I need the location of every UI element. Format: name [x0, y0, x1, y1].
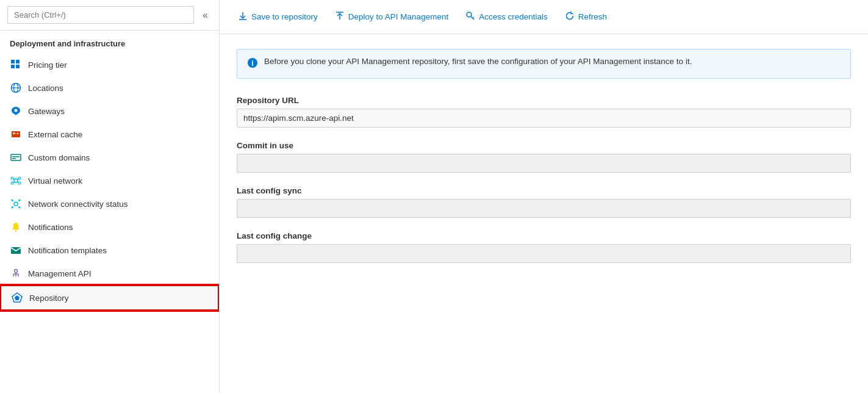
svg-rect-10: [16, 133, 19, 134]
last-config-sync-label: Last config sync: [237, 186, 851, 195]
sidebar-item-repository[interactable]: Repository: [0, 285, 219, 311]
repository-url-input[interactable]: [237, 109, 851, 128]
info-icon: i: [247, 57, 258, 71]
svg-point-15: [11, 177, 13, 179]
last-config-sync-field: Last config sync: [237, 186, 851, 218]
commit-in-use-label: Commit in use: [237, 141, 851, 150]
save-label: Save to repository: [251, 12, 318, 21]
sidebar-item-locations[interactable]: Locations: [0, 76, 219, 99]
sidebar-item-label: Locations: [28, 84, 63, 93]
refresh-icon: [565, 11, 575, 23]
svg-rect-2: [11, 65, 15, 68]
last-config-change-label: Last config change: [237, 231, 851, 240]
search-container: «: [0, 0, 219, 31]
sidebar-item-label: Notifications: [28, 223, 73, 232]
svg-marker-36: [15, 295, 20, 300]
pricing-tier-icon: [10, 59, 22, 71]
locations-icon: [10, 82, 22, 94]
save-to-repository-button[interactable]: Save to repository: [229, 6, 326, 27]
svg-point-26: [12, 207, 13, 209]
content-area: i Before you clone your API Management r…: [220, 34, 868, 393]
last-config-change-field: Last config change: [237, 231, 851, 263]
deploy-label: Deploy to API Management: [348, 12, 448, 21]
section-title: Deployment and infrastructure: [0, 31, 219, 53]
sidebar-item-label: Network connectivity status: [28, 200, 128, 209]
search-input[interactable]: [7, 6, 194, 24]
refresh-label: Refresh: [578, 12, 607, 21]
commit-in-use-field: Commit in use: [237, 141, 851, 173]
sidebar-item-label: Virtual network: [28, 176, 82, 186]
sidebar-item-label: Notification templates: [28, 246, 107, 255]
refresh-button[interactable]: Refresh: [556, 6, 615, 27]
sidebar-item-label: Pricing tier: [28, 60, 67, 70]
svg-point-7: [15, 109, 18, 112]
svg-text:i: i: [251, 59, 253, 68]
svg-point-27: [19, 207, 21, 209]
sidebar-item-pricing-tier[interactable]: Pricing tier: [0, 53, 219, 76]
svg-rect-3: [16, 65, 20, 68]
access-credentials-label: Access credentials: [479, 12, 548, 21]
sidebar-item-network-connectivity-status[interactable]: Network connectivity status: [0, 192, 219, 215]
svg-point-18: [18, 182, 21, 184]
svg-line-41: [473, 17, 474, 18]
sidebar-item-label: Custom domains: [28, 153, 90, 162]
svg-rect-12: [12, 156, 20, 157]
notifications-icon: [10, 221, 22, 233]
svg-point-24: [12, 200, 13, 201]
management-api-icon: [10, 267, 22, 279]
svg-rect-13: [12, 158, 16, 159]
sidebar-item-label: External cache: [28, 130, 82, 139]
toolbar: Save to repository Deploy to API Managem…: [220, 0, 868, 34]
sidebar-item-label: Management API: [28, 269, 91, 278]
sidebar-item-management-api[interactable]: Management API: [0, 262, 219, 285]
key-icon: [465, 11, 475, 23]
svg-point-16: [18, 177, 21, 179]
sidebar: « Deployment and infrastructure Pricing …: [0, 0, 220, 393]
svg-point-17: [11, 182, 13, 184]
svg-rect-9: [13, 132, 15, 134]
sidebar-item-external-cache[interactable]: External cache: [0, 123, 219, 146]
svg-point-39: [467, 12, 472, 17]
sidebar-item-virtual-network[interactable]: Virtual network: [0, 169, 219, 192]
collapse-button[interactable]: «: [199, 7, 212, 23]
custom-domains-icon: [10, 151, 22, 164]
sidebar-item-notification-templates[interactable]: Notification templates: [0, 239, 219, 262]
sidebar-item-notifications[interactable]: Notifications: [0, 215, 219, 239]
main-content: Save to repository Deploy to API Managem…: [220, 0, 868, 393]
commit-in-use-input[interactable]: [237, 154, 851, 173]
last-config-sync-input[interactable]: [237, 199, 851, 218]
sidebar-item-label: Gateways: [28, 107, 65, 116]
virtual-network-icon: [10, 175, 22, 187]
sidebar-item-custom-domains[interactable]: Custom domains: [0, 146, 219, 169]
svg-point-28: [15, 230, 17, 232]
sidebar-item-label: Repository: [29, 294, 69, 303]
info-message: Before you clone your API Management rep…: [264, 57, 692, 66]
sidebar-nav: Deployment and infrastructure Pricing ti…: [0, 31, 219, 393]
deploy-icon: [335, 11, 345, 23]
svg-rect-0: [11, 60, 15, 63]
gateways-icon: [10, 105, 22, 117]
svg-rect-11: [11, 154, 21, 160]
network-connectivity-icon: [10, 198, 22, 210]
svg-point-25: [19, 200, 21, 201]
access-credentials-button[interactable]: Access credentials: [457, 6, 556, 27]
deploy-button[interactable]: Deploy to API Management: [326, 6, 457, 27]
svg-point-30: [15, 270, 18, 273]
repository-url-field: Repository URL: [237, 96, 851, 128]
external-cache-icon: [10, 128, 22, 140]
sidebar-item-gateways[interactable]: Gateways: [0, 99, 219, 123]
svg-point-23: [14, 202, 18, 206]
repository-url-label: Repository URL: [237, 96, 851, 105]
repository-icon: [11, 292, 23, 304]
save-icon: [238, 11, 248, 23]
svg-rect-1: [16, 60, 20, 63]
notification-templates-icon: [10, 244, 22, 256]
info-banner: i Before you clone your API Management r…: [237, 49, 851, 79]
last-config-change-input[interactable]: [237, 244, 851, 263]
